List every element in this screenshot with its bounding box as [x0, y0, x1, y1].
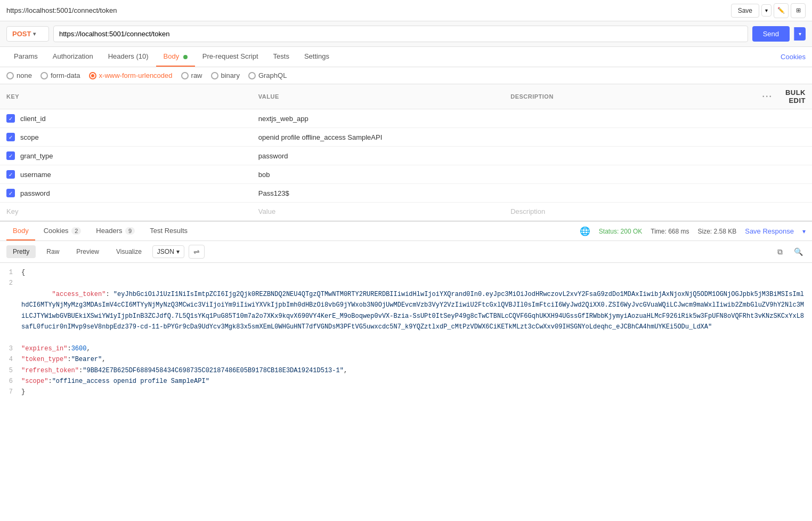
body-type-graphql[interactable]: GraphQL [248, 71, 287, 79]
row-action-cell [756, 184, 779, 203]
body-type-binary[interactable]: binary [211, 71, 240, 79]
key-value: grant_type [20, 152, 53, 160]
desc-cell [504, 184, 756, 203]
col-header-more: ··· [756, 84, 779, 109]
row-action-cell [756, 128, 779, 147]
value-cell[interactable]: password [252, 147, 504, 165]
row-checkbox[interactable] [6, 133, 15, 141]
url-bar: POST ▾ Send ▾ [0, 21, 812, 47]
params-table-container: KEY VALUE DESCRIPTION ··· Bulk Edit clie… [0, 84, 812, 221]
format-tab-pretty[interactable]: Pretty [6, 245, 36, 258]
row-checkbox[interactable] [6, 114, 15, 123]
json-content-area: 1 { 2 "access_token": "eyJhbGciOiJ1UzI1N… [0, 263, 812, 423]
row-extra-cell [779, 165, 812, 184]
tab-tests[interactable]: Tests [266, 47, 297, 67]
time-badge: Time: 668 ms [651, 228, 689, 235]
value-cell[interactable]: nextjs_web_app [252, 109, 504, 128]
request-tabs-bar: Params Authorization Headers (10) Body P… [0, 47, 812, 67]
json-action-buttons: ⧉ 🔍 [773, 244, 806, 259]
desc-placeholder[interactable]: Description [504, 203, 756, 221]
body-type-urlencoded[interactable]: x-www-form-urlencoded [89, 71, 173, 79]
top-bar-actions: Save ▾ ✏️ ⊞ [731, 3, 806, 18]
key-placeholder[interactable]: Key [0, 203, 252, 221]
col-header-bulk-edit[interactable]: Bulk Edit [779, 84, 812, 109]
body-type-bar: none form-data x-www-form-urlencoded raw… [0, 67, 812, 84]
search-json-button[interactable]: 🔍 [791, 244, 806, 259]
table-row: password Pass123$ [0, 184, 812, 203]
url-input[interactable] [53, 26, 748, 42]
resp-tab-headers[interactable]: Headers 9 [90, 222, 141, 241]
desc-cell [504, 109, 756, 128]
value-cell[interactable]: Pass123$ [252, 184, 504, 203]
body-type-none[interactable]: none [6, 71, 32, 79]
resp-tab-body[interactable]: Body [6, 222, 35, 241]
save-response-button[interactable]: Save Response [745, 227, 794, 235]
response-status-bar: 🌐 Status: 200 OK Time: 668 ms Size: 2.58… [580, 226, 806, 236]
json-format-select[interactable]: JSON ▾ [152, 245, 184, 258]
response-tabs-bar: Body Cookies 2 Headers 9 Test Results 🌐 … [0, 222, 812, 241]
save-dropdown-button[interactable]: ▾ [761, 4, 772, 17]
tab-params[interactable]: Params [6, 47, 45, 67]
radio-urlencoded [89, 72, 96, 79]
tab-headers[interactable]: Headers (10) [101, 47, 156, 67]
value-cell[interactable]: bob [252, 165, 504, 184]
resp-tab-cookies[interactable]: Cookies 2 [37, 222, 88, 241]
tab-body[interactable]: Body [156, 47, 195, 67]
send-label: Send [763, 30, 779, 38]
row-action-cell [756, 165, 779, 184]
desc-cell [504, 165, 756, 184]
body-type-raw[interactable]: raw [181, 71, 202, 79]
json-line-2: 2 "access_token": "eyJhbGciOiJ1UzI1NiIsI… [0, 278, 812, 343]
key-cell: grant_type [0, 147, 252, 165]
json-line-7: 7 } [0, 387, 812, 397]
radio-none [6, 72, 14, 79]
radio-graphql [248, 72, 256, 79]
value-placeholder[interactable]: Value [252, 203, 504, 221]
resp-tab-test-results[interactable]: Test Results [143, 222, 194, 241]
json-bracket-close: } [21, 387, 25, 397]
row-checkbox[interactable] [6, 151, 15, 160]
network-icon: 🌐 [580, 226, 590, 236]
copy-json-button[interactable]: ⧉ [773, 244, 787, 259]
send-dropdown-button[interactable]: ▾ [794, 27, 806, 41]
table-row: client_id nextjs_web_app [0, 109, 812, 128]
save-button[interactable]: Save [731, 4, 759, 18]
cookies-link[interactable]: Cookies [781, 47, 806, 66]
row-action-cell [756, 147, 779, 165]
line-number: 5 [4, 365, 21, 376]
format-tab-visualize[interactable]: Visualize [110, 245, 148, 258]
row-checkbox[interactable] [6, 189, 15, 197]
json-toolbar: Pretty Raw Preview Visualize JSON ▾ ⇌ ⧉ … [0, 241, 812, 263]
row-extra-cell [779, 184, 812, 203]
tab-pre-request-script[interactable]: Pre-request Script [195, 47, 266, 67]
cookies-badge: 2 [71, 227, 81, 235]
layout-icon-button[interactable]: ⊞ [791, 3, 806, 18]
line-number: 3 [4, 343, 21, 354]
desc-cell [504, 128, 756, 147]
col-header-key: KEY [0, 84, 252, 109]
method-selector[interactable]: POST ▾ [6, 26, 49, 42]
save-response-arrow[interactable]: ▾ [802, 228, 806, 235]
format-tab-preview[interactable]: Preview [70, 245, 105, 258]
params-table: KEY VALUE DESCRIPTION ··· Bulk Edit clie… [0, 84, 812, 221]
json-line-3: 3 "expires_in" : 3600 , [0, 343, 812, 354]
format-tab-raw[interactable]: Raw [40, 245, 66, 258]
send-button[interactable]: Send [752, 26, 790, 42]
json-access-token-line: "access_token": "eyJhbGciOiJ1UzI1NiIsImt… [21, 278, 808, 343]
value-cell[interactable]: openid profile offline_access SampleAPI [252, 128, 504, 147]
body-type-form-data[interactable]: form-data [40, 71, 80, 79]
key-value: scope [20, 133, 39, 141]
wrap-lines-button[interactable]: ⇌ [189, 245, 205, 259]
key-cell: scope [0, 128, 252, 147]
tab-authorization[interactable]: Authorization [45, 47, 101, 67]
tab-settings[interactable]: Settings [297, 47, 337, 67]
json-line-5: 5 "refresh_token" : "9BB42E7B625DF688945… [0, 365, 812, 376]
empty-row-extra [779, 203, 812, 221]
desc-cell [504, 147, 756, 165]
edit-icon-button[interactable]: ✏️ [774, 3, 789, 18]
key-cell: client_id [0, 109, 252, 128]
row-checkbox[interactable] [6, 170, 15, 179]
radio-form-data [40, 72, 48, 79]
key-value: client_id [20, 115, 46, 123]
json-line-6: 6 "scope" : "offline_access openid profi… [0, 376, 812, 387]
